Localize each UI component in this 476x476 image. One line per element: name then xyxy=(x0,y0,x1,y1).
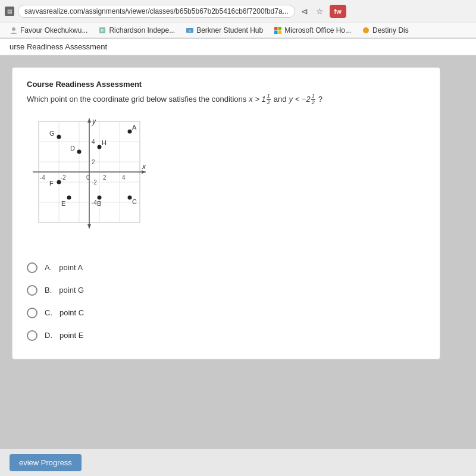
x-tick-2: 2 xyxy=(103,174,107,181)
svg-text:R: R xyxy=(101,29,104,33)
star-icon[interactable]: ☆ xyxy=(314,5,326,17)
bookmark-favour[interactable]: Favour Okechukwu... xyxy=(5,25,92,36)
bookmark-label-destiny: Destiny Dis xyxy=(372,26,409,35)
browser-chrome: ▤ savvasrealize.com/assignments/viewer/c… xyxy=(0,0,476,39)
svg-rect-6 xyxy=(278,27,282,30)
bookmark-label-richardson: Richardson Indepe... xyxy=(109,26,175,35)
bookmark-icon-richardson: R xyxy=(98,26,107,35)
extension-icon[interactable]: fw xyxy=(330,5,346,18)
bookmark-icon-microsoft xyxy=(274,26,282,35)
svg-rect-7 xyxy=(274,31,278,35)
point-G-dot xyxy=(57,134,61,139)
answer-choices: A. point A B. point G C. point C D. poin… xyxy=(27,262,425,341)
x-tick-neg4: -4 xyxy=(40,174,45,181)
question-suffix: ? xyxy=(318,93,322,105)
bookmark-richardson[interactable]: R Richardson Indepe... xyxy=(93,25,180,36)
bookmark-label-favour: Favour Okechukwu... xyxy=(20,26,87,35)
svg-point-0 xyxy=(12,27,15,31)
card-title: Course Readiness Assessment xyxy=(27,80,425,89)
condition1-expr: x > 112 xyxy=(249,93,271,106)
y-tick-neg4: -4 xyxy=(92,199,97,206)
radio-A[interactable] xyxy=(27,262,37,273)
bookmark-destiny[interactable]: Destiny Dis xyxy=(357,25,414,36)
condition2-expr: y < −212 xyxy=(289,93,316,106)
address-bar[interactable]: savvasrealize.com/assignments/viewer/cla… xyxy=(18,5,295,18)
point-H-dot xyxy=(98,145,102,149)
point-E-label: E xyxy=(61,200,65,207)
main-area: Course Readiness Assessment Which point … xyxy=(0,55,476,476)
y-axis-label: y xyxy=(92,117,96,126)
grid-container: y x -4 -2 0 2 4 4 2 -2 -4 A xyxy=(27,115,152,246)
question-card: Course Readiness Assessment Which point … xyxy=(12,67,440,359)
y-axis-bottom-arrow xyxy=(87,224,91,228)
point-D-label: D xyxy=(70,145,75,152)
page-header-title: urse Readiness Assessment xyxy=(10,42,107,51)
answer-B-letter: B. xyxy=(45,286,52,295)
x-tick-0: 0 xyxy=(86,174,90,181)
bookmark-label-microsoft: Microsoft Office Ho... xyxy=(284,26,351,35)
bookmark-berkner[interactable]: B Berkner Student Hub xyxy=(181,25,268,36)
point-F-dot xyxy=(57,180,61,184)
point-D-dot xyxy=(77,149,82,154)
y-tick-2: 2 xyxy=(92,159,95,165)
point-C-label: C xyxy=(132,198,137,205)
answer-option-A[interactable]: A. point A xyxy=(27,262,425,273)
y-tick-neg2: -2 xyxy=(92,179,97,186)
x-tick-4: 4 xyxy=(122,174,126,181)
bookmark-icon-berkner: B xyxy=(186,26,194,35)
answer-D-letter: D. xyxy=(45,331,52,340)
y-tick-4: 4 xyxy=(92,139,95,145)
page-header: urse Readiness Assessment xyxy=(0,39,476,55)
page-icon: ▤ xyxy=(5,7,14,16)
coordinate-grid-svg: y x -4 -2 0 2 4 4 2 -2 -4 A xyxy=(27,115,152,243)
svg-point-9 xyxy=(363,27,369,33)
fraction-2half: 12 xyxy=(311,93,315,106)
point-B-label: B xyxy=(97,200,101,207)
point-H-label: H xyxy=(102,139,107,146)
radio-B[interactable] xyxy=(27,285,37,296)
radio-C[interactable] xyxy=(27,308,37,318)
x-tick-neg2: -2 xyxy=(61,174,66,181)
connector-and: and xyxy=(274,93,287,105)
bookmark-icon-favour xyxy=(10,26,18,35)
svg-rect-5 xyxy=(274,27,278,30)
answer-D-text: point E xyxy=(60,331,83,340)
point-B-dot xyxy=(98,195,102,199)
bookmarks-bar: Favour Okechukwu... R Richardson Indepe.… xyxy=(0,23,476,38)
svg-rect-8 xyxy=(278,31,282,35)
answer-C-text: point C xyxy=(60,308,84,317)
question-prefix: Which point on the coordinate grid below… xyxy=(27,93,246,105)
point-C-dot xyxy=(128,195,132,199)
point-F-label: F xyxy=(49,180,54,187)
x-axis-label: x xyxy=(142,162,146,171)
answer-option-B[interactable]: B. point G xyxy=(27,285,425,296)
bookmark-icon-destiny xyxy=(362,26,370,35)
point-A-dot xyxy=(128,129,132,133)
review-progress-button[interactable]: eview Progress xyxy=(10,454,82,471)
url-text: savvasrealize.com/assignments/viewer/cla… xyxy=(24,7,289,15)
question-text: Which point on the coordinate grid below… xyxy=(27,93,425,106)
point-G-label: G xyxy=(49,130,55,137)
bookmark-microsoft[interactable]: Microsoft Office Ho... xyxy=(269,25,356,36)
answer-option-C[interactable]: C. point C xyxy=(27,308,425,318)
radio-D[interactable] xyxy=(27,330,37,341)
point-E-dot xyxy=(67,195,71,199)
browser-toolbar: ▤ savvasrealize.com/assignments/viewer/c… xyxy=(0,0,476,23)
bottom-bar: eview Progress xyxy=(0,449,476,476)
y-axis-arrow xyxy=(87,118,91,123)
svg-text:B: B xyxy=(189,29,191,33)
fraction-1half: 12 xyxy=(267,93,271,106)
answer-A-text: point A xyxy=(59,263,83,272)
bookmark-label-berkner: Berkner Student Hub xyxy=(196,26,263,35)
share-icon[interactable]: ⊲ xyxy=(299,5,311,17)
point-A-label: A xyxy=(132,124,137,131)
answer-B-text: point G xyxy=(59,286,84,295)
review-progress-label: eview Progress xyxy=(19,458,72,467)
answer-option-D[interactable]: D. point E xyxy=(27,330,425,341)
answer-C-letter: C. xyxy=(45,308,52,317)
answer-A-letter: A. xyxy=(45,263,52,272)
